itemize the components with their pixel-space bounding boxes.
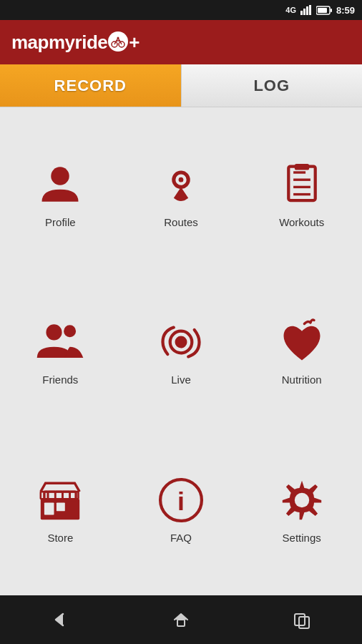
svg-rect-6 xyxy=(331,9,332,12)
nutrition-label: Nutrition xyxy=(282,374,322,386)
store-icon xyxy=(34,474,86,526)
svg-rect-2 xyxy=(306,6,308,15)
faq-icon: i xyxy=(155,474,207,526)
logo: mapmyride+ xyxy=(11,31,140,54)
friends-label: Friends xyxy=(42,374,78,386)
svg-rect-24 xyxy=(44,503,54,515)
status-bar: 4G 8:59 xyxy=(0,0,362,20)
profile-label: Profile xyxy=(45,216,76,228)
grid-item-friends[interactable]: Friends xyxy=(0,273,121,431)
record-button[interactable]: RECORD xyxy=(0,64,182,107)
svg-point-21 xyxy=(175,336,187,348)
home-button[interactable] xyxy=(160,602,202,638)
svg-point-12 xyxy=(179,177,184,182)
nav-bar xyxy=(0,595,362,644)
svg-point-35 xyxy=(294,493,308,507)
friends-icon xyxy=(34,316,86,368)
main-grid: Profile Routes Workouts xyxy=(0,107,362,595)
grid-item-workouts[interactable]: Workouts xyxy=(241,114,362,273)
store-label: Store xyxy=(47,532,73,544)
svg-point-20 xyxy=(64,326,76,338)
action-row: RECORD LOG xyxy=(0,64,362,107)
svg-rect-5 xyxy=(318,8,327,13)
grid-item-routes[interactable]: Routes xyxy=(121,114,242,273)
live-icon xyxy=(155,316,207,368)
live-label: Live xyxy=(171,374,191,386)
svg-rect-36 xyxy=(177,620,185,626)
recents-button[interactable] xyxy=(280,602,323,638)
svg-rect-3 xyxy=(309,5,311,15)
settings-label: Settings xyxy=(283,532,321,544)
signal-bars-icon xyxy=(300,5,312,15)
grid-item-store[interactable]: Store xyxy=(0,430,121,588)
svg-point-9 xyxy=(117,36,119,39)
workouts-icon xyxy=(276,159,328,210)
grid-item-live[interactable]: Live xyxy=(121,273,242,431)
grid-item-profile[interactable]: Profile xyxy=(0,114,121,273)
app-header: mapmyride+ xyxy=(0,20,362,64)
back-button[interactable] xyxy=(39,602,82,638)
log-button[interactable]: LOG xyxy=(182,64,363,107)
routes-label: Routes xyxy=(164,216,198,228)
routes-icon xyxy=(155,159,207,210)
profile-icon xyxy=(34,159,86,210)
grid-item-faq[interactable]: i FAQ xyxy=(121,430,242,588)
grid-item-nutrition[interactable]: Nutrition xyxy=(241,273,362,431)
svg-rect-14 xyxy=(294,164,308,170)
battery-icon xyxy=(316,6,332,15)
signal-indicator: 4G xyxy=(285,6,296,14)
svg-rect-1 xyxy=(303,9,305,15)
settings-icon xyxy=(276,474,328,526)
nutrition-icon xyxy=(276,316,328,368)
grid-item-settings[interactable]: Settings xyxy=(241,430,362,588)
svg-rect-0 xyxy=(300,11,303,15)
faq-label: FAQ xyxy=(170,532,192,544)
svg-point-10 xyxy=(52,167,70,185)
svg-rect-25 xyxy=(57,503,65,512)
workouts-label: Workouts xyxy=(279,216,324,228)
time-display: 8:59 xyxy=(336,5,355,16)
svg-point-19 xyxy=(47,325,62,341)
svg-text:i: i xyxy=(177,487,185,516)
